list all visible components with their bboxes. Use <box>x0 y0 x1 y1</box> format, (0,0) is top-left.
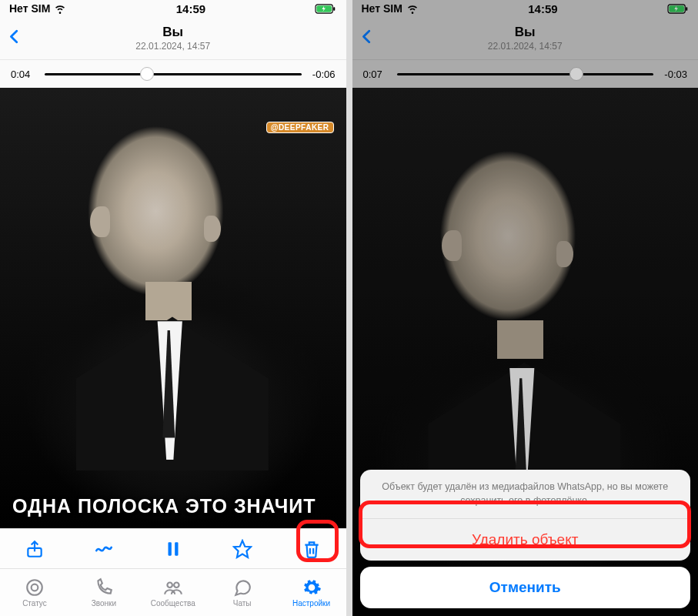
phone-left: Нет SIM 14:59 Вы 22.01.2024, 14:57 0:04 <box>0 0 346 616</box>
svg-point-7 <box>27 580 42 595</box>
draw-button[interactable] <box>87 532 121 566</box>
tab-label: Сообщества <box>151 599 195 608</box>
tab-status[interactable]: Статус <box>0 578 69 608</box>
action-sheet: Объект будет удалён из медиафайлов Whats… <box>360 470 691 608</box>
tab-label: Чаты <box>233 599 252 608</box>
tab-label: Статус <box>22 599 47 608</box>
carrier-label: Нет SIM <box>9 2 50 15</box>
phone-right: Нет SIM 14:59 Вы 22.01.2024, 14:57 0:07 <box>352 0 699 616</box>
pause-button[interactable] <box>156 532 190 566</box>
status-bar: Нет SIM 14:59 <box>0 0 346 17</box>
scrubber-thumb[interactable] <box>140 67 154 81</box>
video-caption: ОДНА ПОЛОСКА ЭТО ЗНАЧИТ <box>0 495 346 517</box>
header: Вы 22.01.2024, 14:57 <box>0 17 346 60</box>
battery-icon <box>315 4 336 14</box>
header-subtitle: 22.01.2024, 14:57 <box>135 41 210 52</box>
delete-button[interactable]: Удалить объект <box>360 519 691 561</box>
tab-label: Звонки <box>92 599 116 608</box>
scrubber-track[interactable] <box>45 73 302 75</box>
header-title: Вы <box>135 25 210 40</box>
cancel-button[interactable]: Отменить <box>360 567 691 608</box>
media-toolbar <box>0 528 346 568</box>
share-button[interactable] <box>18 532 52 566</box>
svg-rect-1 <box>334 7 336 11</box>
svg-rect-4 <box>168 542 171 555</box>
back-button[interactable] <box>6 25 23 51</box>
svg-point-10 <box>174 583 179 588</box>
video-scrubber[interactable]: 0:04 -0:06 <box>0 60 346 88</box>
video-frame[interactable]: @DEEPFAKER ОДНА ПОЛОСКА ЭТО ЗНАЧИТ <box>0 88 346 528</box>
svg-point-9 <box>167 583 172 588</box>
tab-communities[interactable]: Сообщества <box>139 578 208 608</box>
tab-chats[interactable]: Чаты <box>208 578 277 608</box>
tab-calls[interactable]: Звонки <box>69 578 139 608</box>
sheet-message: Объект будет удалён из медиафайлов Whats… <box>360 470 691 519</box>
tab-label: Настройки <box>292 599 330 608</box>
elapsed-time: 0:04 <box>11 69 38 80</box>
svg-rect-5 <box>175 542 178 555</box>
watermark-badge: @DEEPFAKER <box>266 122 334 133</box>
video-content <box>0 88 346 528</box>
tab-bar: Статус Звонки Сообщества Чаты Настройки <box>0 568 346 616</box>
wifi-icon <box>54 2 66 15</box>
remaining-time: -0:06 <box>308 69 336 80</box>
svg-marker-6 <box>234 541 251 557</box>
clock: 14:59 <box>176 2 205 15</box>
tab-settings[interactable]: Настройки <box>277 578 346 608</box>
trash-button[interactable] <box>295 532 329 566</box>
star-button[interactable] <box>225 532 259 566</box>
svg-point-8 <box>32 584 38 591</box>
